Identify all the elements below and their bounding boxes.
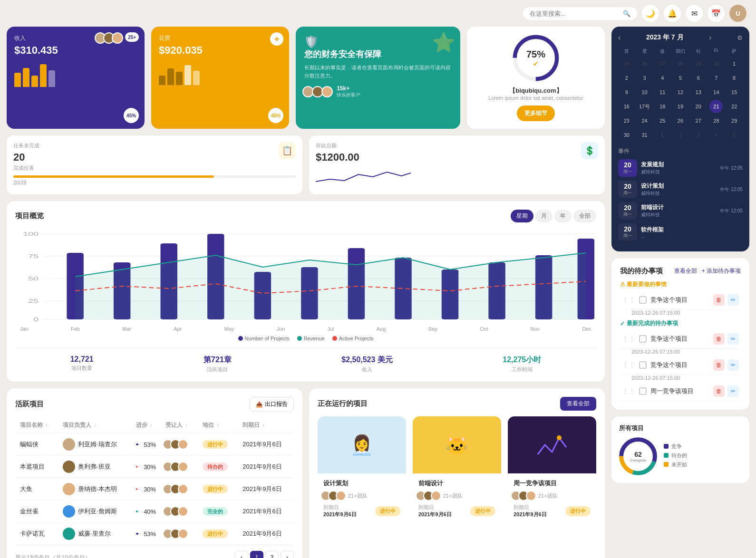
cal-day-22[interactable]: 22 <box>727 100 741 113</box>
cal-header-su: 苏 <box>618 47 635 56</box>
cal-day-27-prev[interactable]: 27 <box>656 57 669 70</box>
calendar-button[interactable]: 📅 <box>708 5 725 22</box>
cal-day-13[interactable]: 13 <box>692 86 705 99</box>
cal-day-8[interactable]: 8 <box>727 71 741 85</box>
cal-day-28[interactable]: 28 <box>709 114 723 127</box>
owner-avatar-3 <box>63 505 75 518</box>
cell-assignee-0 <box>161 433 198 456</box>
cal-day-1[interactable]: 1 <box>727 57 741 70</box>
cal-settings-icon[interactable]: ⚙ <box>737 34 743 41</box>
donut-more-button[interactable]: 更多细节 <box>517 106 555 121</box>
savings-icon: 💲 <box>581 142 598 159</box>
view-all-button[interactable]: 查看全部 <box>560 397 596 411</box>
cal-day-21-today[interactable]: 21 <box>709 100 723 113</box>
drag-handle-4[interactable]: ⋮⋮ <box>622 387 635 395</box>
mail-button[interactable]: ✉ <box>686 5 703 22</box>
cal-day-5-next[interactable]: 5 <box>727 128 741 142</box>
cal-day-3[interactable]: 3 <box>638 71 651 85</box>
todo-view-all-link[interactable]: 查看全部 <box>674 267 697 275</box>
avatar[interactable]: U <box>729 5 746 22</box>
cal-day-10[interactable]: 10 <box>638 86 651 99</box>
todo-edit-3[interactable]: ✏ <box>727 359 739 371</box>
event-4-org: ... <box>641 234 743 239</box>
dark-mode-button[interactable]: 🌙 <box>642 5 659 22</box>
tab-monthly[interactable]: 月 <box>535 210 552 222</box>
cal-day-11[interactable]: 11 <box>656 86 669 99</box>
cal-day-4-next[interactable]: 4 <box>709 128 723 142</box>
project-overview-card: 项目概览 星期 月 年 全部 100 75 <box>7 201 605 382</box>
event-1-org: 威特科技 <box>641 169 716 175</box>
svg-text:0: 0 <box>33 317 39 322</box>
search-input[interactable] <box>530 10 619 17</box>
cal-day-25[interactable]: 25 <box>656 114 669 127</box>
todo-checkbox-4[interactable] <box>639 387 647 395</box>
page-2-button[interactable]: 2 <box>265 551 279 558</box>
cal-day-27[interactable]: 27 <box>692 114 705 127</box>
drag-handle-2[interactable]: ⋮⋮ <box>622 335 635 343</box>
cal-day-29-prev[interactable]: 29 <box>692 57 705 70</box>
cal-day-24[interactable]: 24 <box>638 114 651 127</box>
todo-edit-1[interactable]: ✏ <box>727 294 739 306</box>
next-page-button[interactable]: › <box>281 551 294 558</box>
cal-day-29[interactable]: 29 <box>727 114 741 127</box>
todo-delete-2[interactable]: 🗑 <box>713 333 725 345</box>
todo-delete-3[interactable]: 🗑 <box>713 359 725 371</box>
search-box[interactable]: 🔍 <box>523 7 637 20</box>
cal-prev-button[interactable]: ‹ <box>618 33 620 42</box>
export-button[interactable]: 📤 出口报告 <box>250 397 294 412</box>
cal-day-23[interactable]: 23 <box>620 114 633 127</box>
cal-day-15[interactable]: 15 <box>727 86 741 99</box>
cal-day-26-prev[interactable]: 26 <box>638 57 651 70</box>
cal-day-14[interactable]: 14 <box>709 86 723 99</box>
notification-button[interactable]: 🔔 <box>664 5 681 22</box>
page-1-button[interactable]: 1 <box>250 551 263 558</box>
todo-add-link[interactable]: + 添加待办事项 <box>702 267 741 275</box>
event-2-date-box: 20 周一 <box>618 181 637 198</box>
running-projects-title: 正在运行的项目 <box>318 399 368 408</box>
drag-handle-1[interactable]: ⋮⋮ <box>622 296 635 304</box>
add-expense-button[interactable]: + <box>270 32 283 46</box>
cal-day-1-next[interactable]: 1 <box>656 128 669 142</box>
calendar-title: 2023 年 7 月 <box>646 33 684 42</box>
todo-checkbox-3[interactable] <box>639 361 647 369</box>
legend-label-revenue: Revenue <box>304 336 325 341</box>
todo-checkbox-1[interactable] <box>639 296 647 304</box>
todo-delete-1[interactable]: 🗑 <box>713 294 725 306</box>
tab-all[interactable]: 全部 <box>573 210 596 222</box>
cal-day-28-prev[interactable]: 28 <box>674 57 687 70</box>
cal-day-4[interactable]: 4 <box>656 71 669 85</box>
cal-day-31[interactable]: 31 <box>638 128 651 142</box>
todo-checkbox-2[interactable] <box>639 335 647 343</box>
due-val-2: 2021年9月6日 <box>418 511 452 518</box>
todo-delete-4[interactable]: 🗑 <box>713 385 725 397</box>
cal-day-7[interactable]: 7 <box>709 71 723 85</box>
cal-day-2[interactable]: 2 <box>620 71 633 85</box>
cal-next-button[interactable]: › <box>709 33 711 42</box>
cal-day-19[interactable]: 19 <box>674 100 687 113</box>
cal-day-30[interactable]: 30 <box>620 128 633 142</box>
cal-day-17[interactable]: 17号 <box>638 100 651 113</box>
event-4-date-box: 20 周一 <box>618 223 637 241</box>
cal-day-9[interactable]: 9 <box>620 86 633 99</box>
cal-day-5[interactable]: 5 <box>674 71 687 85</box>
cal-day-16[interactable]: 16 <box>620 100 633 113</box>
todo-card: 我的待办事项 查看全部 + 添加待办事项 ⚠ 最新要做的事情 ⋮⋮ 竞争这个项目… <box>611 258 749 410</box>
prev-page-button[interactable]: ‹ <box>235 551 248 558</box>
cal-day-20[interactable]: 20 <box>692 100 705 113</box>
main-content: 收入 $310.435 25+ 45 <box>0 27 756 558</box>
cal-day-30-prev[interactable]: 30 <box>709 57 723 70</box>
drag-handle-3[interactable]: ⋮⋮ <box>622 361 635 369</box>
cal-day-3-next[interactable]: 3 <box>692 128 705 142</box>
cal-day-12[interactable]: 12 <box>674 86 687 99</box>
cal-day-25-prev[interactable]: 25 <box>620 57 633 70</box>
tab-weekly[interactable]: 星期 <box>511 210 533 222</box>
cal-day-26[interactable]: 26 <box>674 114 687 127</box>
cal-day-6[interactable]: 6 <box>692 71 705 85</box>
cal-day-18[interactable]: 18 <box>656 100 669 113</box>
cal-day-2-next[interactable]: 2 <box>674 128 687 142</box>
todo-item-1: ⋮⋮ 竞争这个项目 🗑 ✏ <box>620 290 741 310</box>
cell-name-4: 卡萨诺瓦 <box>15 523 58 545</box>
todo-edit-2[interactable]: ✏ <box>727 333 739 345</box>
todo-edit-4[interactable]: ✏ <box>727 385 739 397</box>
tab-yearly[interactable]: 年 <box>554 210 572 222</box>
